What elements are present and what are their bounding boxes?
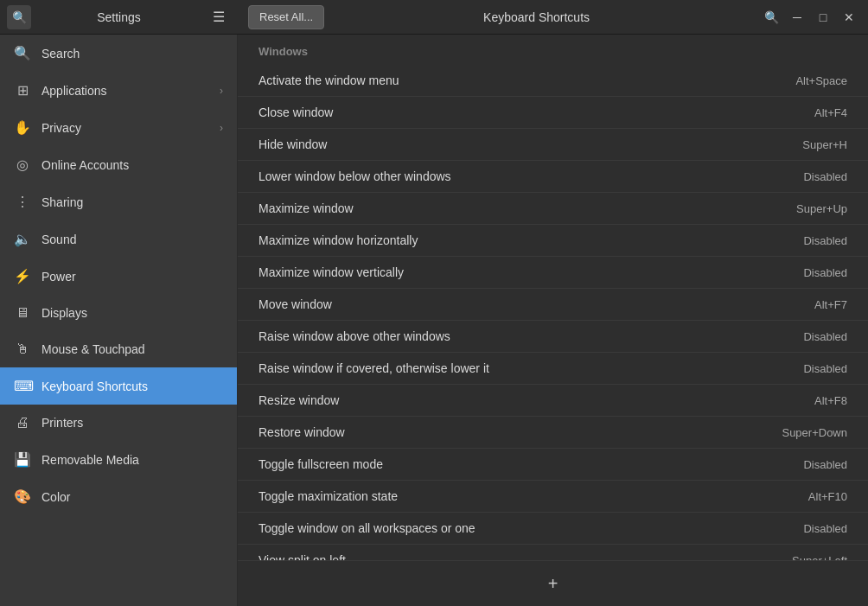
shortcut-row[interactable]: Maximize window verticallyDisabled bbox=[238, 257, 868, 289]
shortcut-row[interactable]: Maximize windowSuper+Up bbox=[238, 193, 868, 225]
section-header: Windows bbox=[238, 35, 868, 65]
titlebar-center: Reset All... Keyboard Shortcuts bbox=[238, 5, 752, 29]
sidebar-item-online-accounts[interactable]: ◎Online Accounts bbox=[0, 146, 237, 183]
shortcut-key: Alt+Space bbox=[744, 74, 847, 87]
sidebar-item-removable-media[interactable]: 💾Removable Media bbox=[0, 441, 237, 478]
shortcut-label: Toggle window on all workspaces or one bbox=[258, 521, 744, 535]
sidebar-item-displays[interactable]: 🖥Displays bbox=[0, 295, 237, 331]
shortcut-row[interactable]: Hide windowSuper+H bbox=[238, 129, 868, 161]
applications-icon: ⊞ bbox=[14, 82, 31, 99]
shortcut-row[interactable]: Toggle maximization stateAlt+F10 bbox=[238, 481, 868, 513]
settings-title: Settings bbox=[38, 10, 200, 24]
sidebar-item-label-sound: Sound bbox=[41, 233, 223, 246]
sidebar-item-search[interactable]: 🔍Search bbox=[0, 35, 237, 72]
shortcut-key: Alt+F10 bbox=[744, 490, 847, 503]
sidebar-item-power[interactable]: ⚡Power bbox=[0, 258, 237, 295]
applications-arrow-icon: › bbox=[220, 85, 223, 97]
sidebar-item-label-mouse-touchpad: Mouse & Touchpad bbox=[41, 342, 223, 356]
privacy-icon: ✋ bbox=[14, 119, 31, 136]
shortcut-key: Disabled bbox=[744, 266, 847, 279]
sidebar-item-privacy[interactable]: ✋Privacy› bbox=[0, 109, 237, 146]
titlebar-search-button[interactable]: 🔍 bbox=[7, 5, 31, 29]
shortcut-label: Toggle maximization state bbox=[258, 489, 744, 503]
shortcut-key: Disabled bbox=[744, 330, 847, 343]
maximize-button[interactable]: □ bbox=[811, 5, 835, 29]
close-icon: ✕ bbox=[844, 10, 854, 24]
color-icon: 🎨 bbox=[14, 488, 31, 505]
shortcut-row[interactable]: Activate the window menuAlt+Space bbox=[238, 65, 868, 97]
sidebar-item-keyboard-shortcuts[interactable]: ⌨Keyboard Shortcuts bbox=[0, 367, 237, 405]
sidebar-item-applications[interactable]: ⊞Applications› bbox=[0, 72, 237, 109]
sidebar-item-label-printers: Printers bbox=[41, 416, 223, 430]
search-button[interactable]: 🔍 bbox=[759, 5, 783, 29]
keyboard-shortcuts-icon: ⌨ bbox=[14, 378, 31, 394]
shortcut-label: Maximize window vertically bbox=[258, 265, 744, 279]
add-shortcut-button[interactable]: + bbox=[539, 570, 567, 597]
shortcut-row[interactable]: Raise window if covered, otherwise lower… bbox=[238, 353, 868, 385]
shortcut-label: Lower window below other windows bbox=[258, 169, 744, 183]
shortcut-label: Maximize window bbox=[258, 201, 744, 215]
shortcut-row[interactable]: Toggle fullscreen modeDisabled bbox=[238, 449, 868, 481]
sidebar-item-label-search: Search bbox=[41, 47, 223, 61]
shortcut-row[interactable]: Resize windowAlt+F8 bbox=[238, 385, 868, 417]
reset-all-button[interactable]: Reset All... bbox=[248, 5, 324, 29]
shortcut-label: Move window bbox=[258, 297, 744, 311]
sidebar-item-color[interactable]: 🎨Color bbox=[0, 478, 237, 515]
shortcut-label: Maximize window horizontally bbox=[258, 233, 744, 247]
displays-icon: 🖥 bbox=[14, 305, 31, 321]
sidebar-item-label-online-accounts: Online Accounts bbox=[41, 158, 223, 172]
shortcut-row[interactable]: Toggle window on all workspaces or oneDi… bbox=[238, 513, 868, 545]
shortcut-label: Close window bbox=[258, 105, 744, 119]
shortcuts-list: Windows Activate the window menuAlt+Spac… bbox=[238, 35, 868, 560]
sidebar-item-sharing[interactable]: ⋮Sharing bbox=[0, 183, 237, 220]
sharing-icon: ⋮ bbox=[14, 194, 31, 210]
search-icon: 🔍 bbox=[12, 10, 27, 24]
privacy-arrow-icon: › bbox=[220, 122, 223, 134]
sidebar-item-label-sharing: Sharing bbox=[41, 195, 223, 209]
shortcut-key: Disabled bbox=[744, 234, 847, 247]
close-button[interactable]: ✕ bbox=[837, 5, 861, 29]
sidebar-item-label-displays: Displays bbox=[41, 306, 223, 320]
shortcut-row[interactable]: Move windowAlt+F7 bbox=[238, 289, 868, 321]
shortcut-key: Super+H bbox=[744, 138, 847, 151]
shortcut-key: Disabled bbox=[744, 458, 847, 471]
search-right-icon: 🔍 bbox=[764, 10, 779, 24]
sidebar-item-label-keyboard-shortcuts: Keyboard Shortcuts bbox=[41, 380, 223, 393]
shortcut-row[interactable]: Close windowAlt+F4 bbox=[238, 97, 868, 129]
sidebar-item-sound[interactable]: 🔈Sound bbox=[0, 220, 237, 258]
search-icon: 🔍 bbox=[14, 45, 31, 61]
shortcut-row[interactable]: Raise window above other windowsDisabled bbox=[238, 321, 868, 353]
minimize-button[interactable]: ─ bbox=[785, 5, 809, 29]
shortcut-row[interactable]: Lower window below other windowsDisabled bbox=[238, 161, 868, 193]
shortcut-label: View split on left bbox=[258, 553, 744, 560]
sidebar-item-mouse-touchpad[interactable]: 🖱Mouse & Touchpad bbox=[0, 331, 237, 367]
shortcut-row[interactable]: View split on leftSuper+Left bbox=[238, 545, 868, 560]
shortcut-key: Alt+F8 bbox=[744, 394, 847, 407]
shortcut-key: Super+Up bbox=[744, 202, 847, 215]
sidebar-item-label-privacy: Privacy bbox=[41, 121, 209, 135]
content-area: Windows Activate the window menuAlt+Spac… bbox=[238, 35, 868, 606]
shortcut-key: Super+Down bbox=[744, 426, 847, 439]
shortcut-key: Alt+F4 bbox=[744, 106, 847, 119]
maximize-icon: □ bbox=[820, 10, 827, 24]
main-content: 🔍Search⊞Applications›✋Privacy›◎Online Ac… bbox=[0, 35, 868, 606]
printers-icon: 🖨 bbox=[14, 415, 31, 431]
shortcut-key: Disabled bbox=[744, 170, 847, 183]
shortcut-row[interactable]: Restore windowSuper+Down bbox=[238, 417, 868, 449]
titlebar: 🔍 Settings ☰ Reset All... Keyboard Short… bbox=[0, 0, 868, 35]
shortcut-key: Alt+F7 bbox=[744, 298, 847, 311]
shortcut-row[interactable]: Maximize window horizontallyDisabled bbox=[238, 225, 868, 257]
shortcut-label: Activate the window menu bbox=[258, 73, 744, 87]
shortcut-label: Raise window above other windows bbox=[258, 329, 744, 343]
shortcut-label: Resize window bbox=[258, 393, 744, 407]
sidebar-item-printers[interactable]: 🖨Printers bbox=[0, 405, 237, 441]
keyboard-shortcuts-title: Keyboard Shortcuts bbox=[331, 10, 742, 24]
removable-media-icon: 💾 bbox=[14, 451, 31, 468]
sidebar-item-label-power: Power bbox=[41, 270, 223, 284]
hamburger-button[interactable]: ☰ bbox=[207, 5, 231, 29]
sidebar: 🔍Search⊞Applications›✋Privacy›◎Online Ac… bbox=[0, 35, 238, 606]
sidebar-item-label-color: Color bbox=[41, 490, 223, 504]
sidebar-item-label-removable-media: Removable Media bbox=[41, 453, 223, 467]
mouse-touchpad-icon: 🖱 bbox=[14, 341, 31, 357]
shortcut-label: Hide window bbox=[258, 137, 744, 151]
